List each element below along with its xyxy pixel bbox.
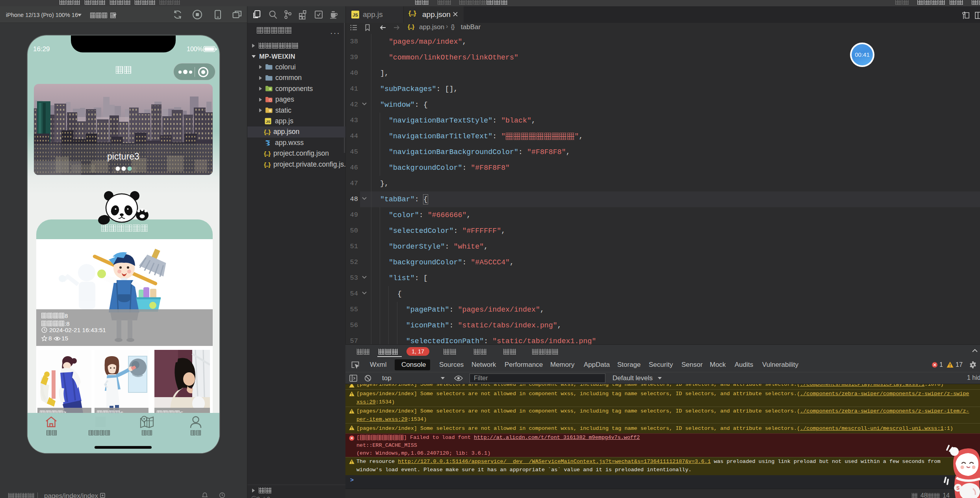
svg-text:picture3: picture3 [107, 151, 139, 162]
svg-text:JS: JS [353, 13, 358, 17]
svg-text:S: S [956, 485, 960, 491]
svg-text:JS: JS [266, 119, 270, 123]
